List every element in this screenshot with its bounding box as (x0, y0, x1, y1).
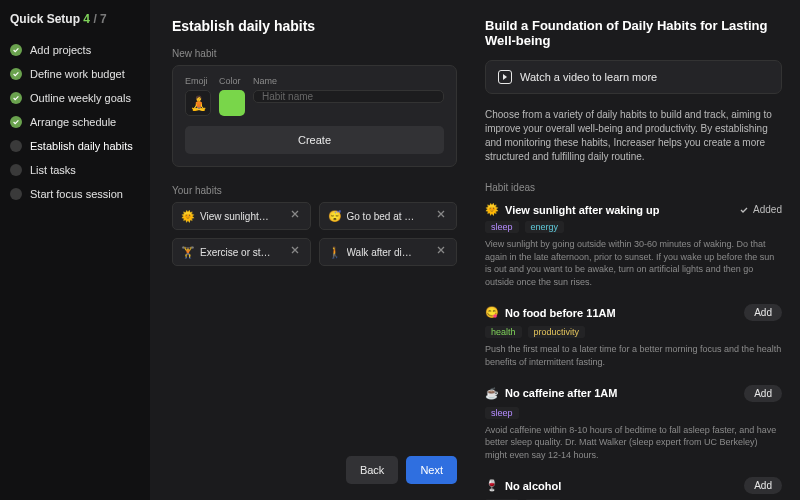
step-dot-icon (10, 188, 22, 200)
progress-sep: / (90, 12, 100, 26)
section-title: Establish daily habits (172, 18, 457, 34)
step-item[interactable]: Arrange schedule (10, 110, 140, 134)
step-label: Arrange schedule (30, 116, 116, 128)
habit-name-input[interactable] (253, 90, 444, 103)
idea-description: Avoid caffeine within 8-10 hours of bedt… (485, 424, 782, 462)
ideas-list: 🌞View sunlight after waking upAddedsleep… (485, 203, 782, 500)
tag-energy: energy (525, 221, 565, 233)
idea-title: No food before 11AM (505, 307, 738, 319)
play-icon (498, 70, 512, 84)
intro-text: Choose from a variety of daily habits to… (485, 108, 782, 164)
sidebar-title-text: Quick Setup (10, 12, 80, 26)
next-button[interactable]: Next (406, 456, 457, 484)
right-title: Build a Foundation of Daily Habits for L… (485, 18, 782, 48)
step-item[interactable]: List tasks (10, 158, 140, 182)
idea-tags: healthproductivity (485, 326, 782, 338)
sidebar: Quick Setup 4 / 7 Add projectsDefine wor… (0, 0, 150, 500)
tag-sleep: sleep (485, 407, 519, 419)
back-button[interactable]: Back (346, 456, 398, 484)
habit-chip[interactable]: 🚶Walk after di… (319, 238, 458, 266)
step-label: Outline weekly goals (30, 92, 131, 104)
step-dot-icon (10, 164, 22, 176)
habit-emoji: 🚶 (328, 246, 342, 259)
check-icon (10, 44, 22, 56)
step-item[interactable]: Define work budget (10, 62, 140, 86)
color-field-label: Color (219, 76, 245, 86)
right-panel: Build a Foundation of Daily Habits for L… (475, 0, 800, 500)
idea-emoji: 🌞 (485, 203, 499, 216)
create-button[interactable]: Create (185, 126, 444, 154)
habit-label: Walk after di… (347, 247, 432, 258)
idea-title: View sunlight after waking up (505, 204, 733, 216)
idea-emoji: 🍷 (485, 479, 499, 492)
idea-emoji: 😋 (485, 306, 499, 319)
habit-idea: 🍷No alcoholAddsleephealthDrinking alcoho… (485, 477, 782, 500)
middle-panel: Establish daily habits New habit Emoji 🧘… (150, 0, 475, 500)
idea-title: No caffeine after 1AM (505, 387, 738, 399)
habit-label: Go to bed at … (347, 211, 432, 222)
added-indicator: Added (739, 204, 782, 215)
habit-label: Exercise or st… (200, 247, 285, 258)
habit-emoji: 🏋️ (181, 246, 195, 259)
idea-title: No alcohol (505, 480, 738, 492)
step-dot-icon (10, 140, 22, 152)
watch-video-button[interactable]: Watch a video to learn more (485, 60, 782, 94)
idea-tags: sleep (485, 407, 782, 419)
tag-health: health (485, 326, 522, 338)
remove-habit-button[interactable] (436, 245, 450, 259)
check-icon (10, 92, 22, 104)
habit-idea: ☕No caffeine after 1AMAddsleepAvoid caff… (485, 385, 782, 462)
sidebar-title: Quick Setup 4 / 7 (10, 12, 140, 26)
step-label: Start focus session (30, 188, 123, 200)
idea-tags: sleepenergy (485, 221, 782, 233)
progress-total: 7 (100, 12, 107, 26)
habit-chip[interactable]: 🏋️Exercise or st… (172, 238, 311, 266)
step-item[interactable]: Outline weekly goals (10, 86, 140, 110)
add-habit-button[interactable]: Add (744, 385, 782, 402)
name-field-label: Name (253, 76, 444, 86)
color-picker[interactable] (219, 90, 245, 116)
your-habits-label: Your habits (172, 185, 457, 196)
step-item[interactable]: Establish daily habits (10, 134, 140, 158)
remove-habit-button[interactable] (436, 209, 450, 223)
step-label: List tasks (30, 164, 76, 176)
watch-video-label: Watch a video to learn more (520, 71, 657, 83)
check-icon (10, 68, 22, 80)
tag-sleep: sleep (485, 221, 519, 233)
step-label: Define work budget (30, 68, 125, 80)
step-label: Establish daily habits (30, 140, 133, 152)
ideas-label: Habit ideas (485, 182, 782, 193)
idea-emoji: ☕ (485, 387, 499, 400)
idea-description: Push the first meal to a later time for … (485, 343, 782, 368)
habit-label: View sunlight… (200, 211, 285, 222)
new-habit-card: Emoji 🧘 Color Name Create (172, 65, 457, 167)
emoji-field-label: Emoji (185, 76, 211, 86)
step-label: Add projects (30, 44, 91, 56)
step-item[interactable]: Add projects (10, 38, 140, 62)
habit-idea: 🌞View sunlight after waking upAddedsleep… (485, 203, 782, 288)
habit-chip[interactable]: 🌞View sunlight… (172, 202, 311, 230)
habit-emoji: 🌞 (181, 210, 195, 223)
add-habit-button[interactable]: Add (744, 304, 782, 321)
step-list: Add projectsDefine work budgetOutline we… (10, 38, 140, 206)
habit-grid: 🌞View sunlight…😴Go to bed at …🏋️Exercise… (172, 202, 457, 266)
idea-description: View sunlight by going outside within 30… (485, 238, 782, 288)
step-item[interactable]: Start focus session (10, 182, 140, 206)
habit-idea: 😋No food before 11AMAddhealthproductivit… (485, 304, 782, 368)
tag-productivity: productivity (528, 326, 586, 338)
new-habit-label: New habit (172, 48, 457, 59)
habit-emoji: 😴 (328, 210, 342, 223)
add-habit-button[interactable]: Add (744, 477, 782, 494)
remove-habit-button[interactable] (290, 209, 304, 223)
habit-chip[interactable]: 😴Go to bed at … (319, 202, 458, 230)
remove-habit-button[interactable] (290, 245, 304, 259)
emoji-picker[interactable]: 🧘 (185, 90, 211, 116)
check-icon (10, 116, 22, 128)
